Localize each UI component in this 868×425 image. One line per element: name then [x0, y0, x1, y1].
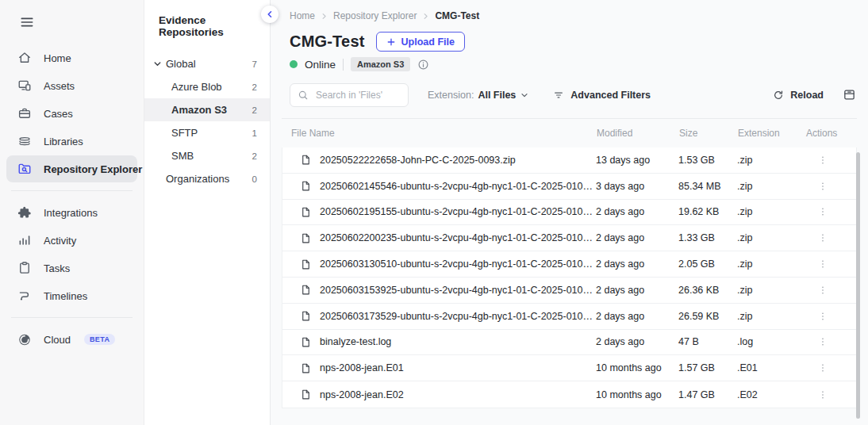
tree-item-azure-blob[interactable]: Azure Blob 2 — [144, 75, 270, 98]
row-actions-kebab-icon[interactable] — [815, 387, 831, 403]
reload-button[interactable]: Reload — [773, 90, 824, 101]
reload-icon — [773, 90, 784, 101]
panel-collapse-button[interactable] — [261, 6, 278, 23]
file-name-cell: 20250603173529-ubuntu-s-2vcpu-4gb-nyc1-0… — [292, 310, 596, 322]
tree-item-label: Amazon S3 — [171, 104, 227, 116]
libraries-icon — [17, 134, 32, 148]
file-name-cell: nps-2008-jean.E01 — [292, 362, 596, 374]
table-row[interactable]: nps-2008-jean.E01 10 months ago 1.57 GB … — [282, 355, 856, 381]
table-row[interactable]: 20250522222658-John-PC-C-2025-0093.zip 1… — [282, 147, 856, 174]
table-scrollbar[interactable] — [856, 152, 860, 419]
tree-item-count: 2 — [252, 82, 257, 92]
breadcrumb-item-home[interactable]: Home — [290, 10, 315, 21]
tree-item-global[interactable]: Global 7 — [144, 52, 270, 75]
sidebar-item-integrations[interactable]: Integrations — [6, 199, 137, 226]
row-actions-kebab-icon[interactable] — [815, 334, 831, 350]
chevron-right-icon — [421, 12, 430, 21]
column-header-size: Size — [679, 128, 738, 139]
table-row[interactable]: 20250603130510-ubuntu-s-2vcpu-4gb-nyc1-0… — [282, 251, 856, 278]
column-header-modified: Modified — [597, 128, 679, 139]
status-divider — [343, 59, 344, 71]
table-row[interactable]: binalyze-test.log 2 days ago 47 B .log — [282, 330, 856, 356]
sidebar-item-label: Libraries — [44, 136, 83, 147]
sidebar-item-label: Activity — [44, 235, 76, 247]
size-cell: 1.33 GB — [678, 232, 737, 243]
table-row[interactable]: 20250603173529-ubuntu-s-2vcpu-4gb-nyc1-0… — [282, 304, 856, 330]
sidebar-item-home[interactable]: Home — [6, 44, 137, 71]
tree-item-label: Azure Blob — [171, 81, 222, 93]
advanced-filters-button[interactable]: Advanced Filters — [553, 90, 651, 101]
sidebar-item-libraries[interactable]: Libraries — [6, 128, 137, 155]
table-row[interactable]: 20250602200235-ubuntu-s-2vcpu-4gb-nyc1-0… — [282, 225, 856, 251]
row-actions-kebab-icon[interactable] — [815, 360, 831, 376]
modified-cell: 2 days ago — [596, 232, 678, 243]
plus-icon — [386, 37, 396, 47]
sidebar-item-cases[interactable]: Cases — [6, 100, 137, 127]
info-icon[interactable] — [417, 59, 429, 71]
modified-cell: 2 days ago — [596, 285, 678, 296]
sidebar-item-cloud[interactable]: Cloud BETA — [6, 326, 137, 353]
sidebar-nav-secondary: Integrations Activity Tasks Timelines — [0, 199, 144, 309]
sidebar-divider — [11, 190, 133, 191]
breadcrumb-item-repository-explorer[interactable]: Repository Explorer — [333, 10, 417, 21]
hamburger-menu-button[interactable] — [17, 13, 36, 32]
row-actions-kebab-icon[interactable] — [815, 282, 831, 298]
row-actions-kebab-icon[interactable] — [815, 178, 831, 194]
sidebar-item-activity[interactable]: Activity — [6, 227, 137, 254]
file-name-text: 20250602145546-ubuntu-s-2vcpu-4gb-nyc1-0… — [320, 181, 596, 192]
row-actions-kebab-icon[interactable] — [815, 152, 831, 168]
table-row[interactable]: nps-2008-jean.E02 10 months ago 1.47 GB … — [282, 381, 856, 408]
tree-item-count: 2 — [252, 151, 257, 161]
row-actions-kebab-icon[interactable] — [815, 308, 831, 324]
reload-label: Reload — [790, 90, 824, 101]
column-header-actions: Actions — [806, 128, 852, 139]
file-name-cell: 20250602195155-ubuntu-s-2vcpu-4gb-nyc1-0… — [292, 206, 596, 218]
tree-item-count: 1 — [252, 128, 257, 138]
file-name-text: 20250602195155-ubuntu-s-2vcpu-4gb-nyc1-0… — [320, 206, 596, 217]
tree-item-organizations[interactable]: Organizations 0 — [144, 167, 270, 190]
table-row[interactable]: 20250602195155-ubuntu-s-2vcpu-4gb-nyc1-0… — [282, 200, 856, 226]
sidebar: Home Assets Cases Libraries Repository E… — [0, 0, 144, 425]
file-name-text: 20250602200235-ubuntu-s-2vcpu-4gb-nyc1-0… — [320, 232, 596, 243]
upload-file-button[interactable]: Upload File — [376, 32, 465, 52]
extension-cell: .E02 — [737, 389, 805, 400]
repository-tree: Global 7 Azure Blob 2 Amazon S3 2 SFTP 1… — [144, 52, 270, 190]
search-icon — [298, 90, 309, 101]
size-cell: 1.47 GB — [678, 389, 737, 400]
sidebar-item-assets[interactable]: Assets — [6, 72, 137, 99]
home-icon — [17, 51, 32, 65]
modified-cell: 3 days ago — [596, 181, 678, 192]
file-icon — [300, 232, 312, 244]
table-columns-icon[interactable] — [843, 88, 857, 102]
modified-cell: 2 days ago — [596, 336, 678, 347]
row-actions-kebab-icon[interactable] — [815, 230, 831, 246]
sidebar-item-label: Timelines — [44, 290, 87, 302]
evidence-repositories-panel: Evidence Repositories Global 7 Azure Blo… — [144, 0, 271, 425]
sidebar-item-timelines[interactable]: Timelines — [6, 282, 137, 309]
tree-item-smb[interactable]: SMB 2 — [144, 144, 270, 167]
size-cell: 1.57 GB — [678, 362, 737, 373]
chevron-down-icon — [152, 59, 163, 69]
file-icon — [300, 310, 312, 322]
table-body: 20250522222658-John-PC-C-2025-0093.zip 1… — [282, 147, 857, 408]
tree-item-amazon-s3[interactable]: Amazon S3 2 — [144, 98, 270, 121]
sidebar-item-repository-explorer[interactable]: Repository Explorer — [6, 155, 137, 182]
extension-cell: .zip — [737, 311, 805, 322]
extension-filter-dropdown[interactable]: Extension: All Files — [428, 90, 529, 101]
row-actions-kebab-icon[interactable] — [815, 256, 831, 272]
modified-cell: 2 days ago — [596, 258, 678, 270]
file-icon — [300, 362, 312, 374]
sidebar-item-label: Repository Explorer — [44, 163, 142, 175]
title-row: CMG-Test Upload File — [290, 32, 857, 52]
column-header-file-name: File Name — [291, 128, 597, 139]
row-actions-kebab-icon[interactable] — [815, 204, 831, 220]
panel-title: Evidence Repositories — [144, 0, 270, 49]
table-row[interactable]: 20250603153925-ubuntu-s-2vcpu-4gb-nyc1-0… — [282, 278, 856, 304]
sidebar-item-label: Home — [44, 52, 71, 64]
search-input[interactable] — [314, 89, 401, 101]
table-row[interactable]: 20250602145546-ubuntu-s-2vcpu-4gb-nyc1-0… — [282, 174, 856, 200]
breadcrumb-item-cmg-test: CMG-Test — [435, 10, 479, 21]
tree-item-sftp[interactable]: SFTP 1 — [144, 121, 270, 144]
page-title: CMG-Test — [290, 33, 365, 51]
sidebar-item-tasks[interactable]: Tasks — [6, 255, 137, 281]
